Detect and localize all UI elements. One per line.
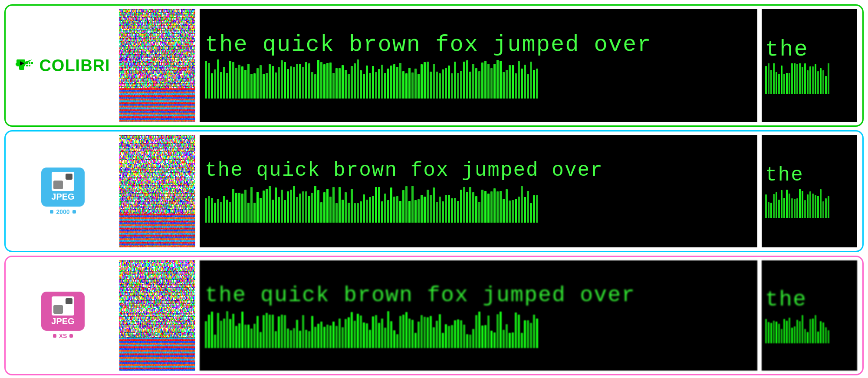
- jpeg2000-icon-inner: [52, 172, 74, 191]
- svg-rect-2: [19, 66, 24, 70]
- thumbnail-row3: [119, 260, 195, 371]
- small-bars-row3: [765, 313, 854, 343]
- thumbnail-row1: [119, 9, 195, 122]
- colibri-logo: COLIBRI: [16, 55, 110, 76]
- thumbnail-canvas-row2: [119, 135, 195, 247]
- jpeg2000-icon: JPEG: [41, 168, 85, 207]
- thumbnail-canvas-row3: [119, 260, 195, 371]
- bars-row3: [205, 309, 752, 348]
- main-display-row2: the quick brown fox jumped over: [200, 135, 757, 247]
- row-jpeg2000: JPEG 2000 the quick brown fox jumped ove…: [4, 130, 864, 252]
- jpeg2000-logo: JPEG 2000: [41, 168, 85, 215]
- svg-rect-3: [16, 63, 20, 66]
- main-text-row3: the quick brown fox jumped over: [205, 283, 752, 307]
- jpegxs-icon-inner: [52, 296, 74, 316]
- small-display-row1: the: [762, 9, 857, 122]
- row-jpegxs: JPEG XS the quick brown fox jumped over …: [4, 256, 864, 375]
- small-text-row1: the: [765, 37, 854, 62]
- colibri-bird-icon: [16, 55, 36, 76]
- main-display-row3: the quick brown fox jumped over: [200, 260, 757, 371]
- bars-row1: [205, 59, 752, 99]
- logo-area-jpegxs: JPEG XS: [11, 260, 115, 371]
- jpeg2000-sublabel: 2000: [50, 208, 76, 215]
- jpegxs-label: JPEG: [51, 316, 74, 326]
- dot-left-cyan: [50, 210, 53, 214]
- jpegxs-icon: JPEG: [41, 292, 85, 331]
- logo-area-jpeg2000: JPEG 2000: [11, 135, 115, 247]
- small-text-row2: the: [765, 164, 854, 187]
- svg-rect-9: [29, 65, 30, 66]
- jpegxs-sublabel: XS: [53, 332, 73, 339]
- small-display-row3: the: [762, 260, 857, 371]
- svg-rect-8: [26, 65, 28, 66]
- svg-rect-6: [29, 62, 30, 64]
- svg-rect-7: [31, 62, 33, 64]
- svg-rect-5: [26, 62, 28, 64]
- jpegxs-logo: JPEG XS: [41, 292, 85, 339]
- jpeg2000-label: JPEG: [51, 192, 74, 202]
- bars-row2: [205, 184, 752, 223]
- small-bars-row2: [765, 187, 854, 218]
- main-display-row1: the quick brown fox jumped over: [200, 9, 757, 122]
- small-text-row3: the: [765, 288, 854, 312]
- dot-left-pink: [53, 334, 56, 338]
- row-colibri: COLIBRI the quick brown fox jumped over …: [4, 4, 864, 127]
- main-text-row1: the quick brown fox jumped over: [205, 33, 752, 57]
- small-bars-row1: [765, 63, 854, 94]
- small-display-row2: the: [762, 135, 857, 247]
- colibri-label: COLIBRI: [39, 56, 110, 75]
- thumbnail-row2: [119, 135, 195, 247]
- dot-right-pink: [69, 334, 73, 338]
- thumbnail-canvas-row1: [119, 9, 195, 122]
- main-text-row2: the quick brown fox jumped over: [205, 160, 752, 182]
- logo-area-colibri: COLIBRI: [11, 9, 115, 122]
- dot-right-cyan: [72, 210, 76, 214]
